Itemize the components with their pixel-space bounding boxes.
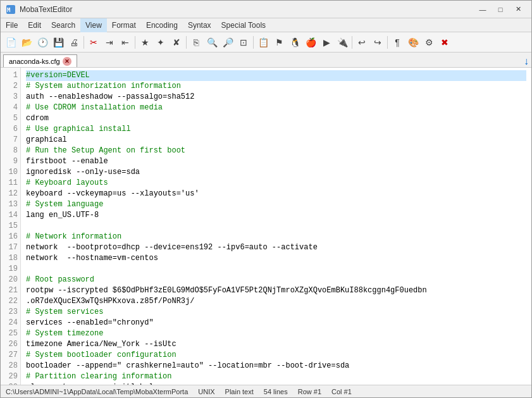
line-number-26: 26 — [3, 339, 18, 350]
redo-btn[interactable]: ↪ — [370, 35, 385, 50]
menu-item-encoding[interactable]: Encoding — [141, 18, 183, 32]
code-line-12: keyboard --vckeymap=us --xlayouts='us' — [26, 189, 526, 199]
menu-item-syntax[interactable]: Syntax — [183, 18, 216, 32]
line-number-12: 12 — [3, 189, 18, 199]
copy-btn[interactable]: ⎘ — [189, 35, 204, 50]
color-btn[interactable]: 🎨 — [405, 35, 421, 50]
code-line-14: lang en_US.UTF-8 — [26, 210, 526, 221]
toolbar-separator — [84, 36, 84, 49]
undo-btn[interactable]: ↩ — [354, 35, 369, 50]
menu-item-format[interactable]: Format — [107, 18, 141, 32]
replace-btn[interactable]: 🔎 — [220, 35, 235, 50]
status-encoding: Plain text — [225, 388, 254, 395]
open-file-btn[interactable]: 📂 — [19, 35, 34, 50]
line-number-11: 11 — [3, 178, 18, 189]
code-line-17: network --bootproto=dhcp --device=ens192… — [26, 242, 526, 253]
code-line-20: # Root password — [26, 275, 526, 285]
line-number-20: 20 — [3, 275, 18, 285]
line-numbers: 1234567891011121314151617181920212223242… — [1, 68, 21, 385]
code-line-27: # System bootloader configuration — [26, 350, 526, 361]
code-line-10: ignoredisk --only-use=sda — [26, 167, 526, 178]
title-bar: M MobaTextEditor — □ ✕ — [1, 1, 531, 18]
toolbar-separator — [387, 36, 388, 49]
status-col: Col #1 — [331, 388, 352, 395]
pilcrow-btn[interactable]: ¶ — [390, 35, 405, 50]
code-line-3: auth --enableshadow --passalgo=sha512 — [26, 92, 526, 103]
wrap-btn[interactable]: ⊡ — [236, 35, 251, 50]
linux-btn[interactable]: 🐧 — [287, 35, 302, 50]
macro-btn[interactable]: ⚑ — [271, 35, 287, 50]
print-btn[interactable]: 🖨 — [66, 35, 82, 50]
status-path: C:\Users\ADMINI~1\AppData\Local\Temp\Mob… — [6, 388, 188, 395]
line-number-6: 6 — [3, 124, 18, 135]
line-number-2: 2 — [3, 81, 18, 92]
code-line-28: bootloader --append=" crashkernel=auto" … — [26, 361, 526, 371]
line-number-9: 9 — [3, 156, 18, 167]
line-number-21: 21 — [3, 285, 18, 296]
code-area[interactable]: #version=DEVEL# System authorization inf… — [21, 68, 531, 385]
line-number-15: 15 — [3, 221, 18, 232]
menu-item-search[interactable]: Search — [46, 18, 80, 32]
cut-btn[interactable]: ✂ — [86, 35, 101, 50]
code-line-6: # Use graphical install — [26, 124, 526, 135]
menu-item-file[interactable]: File — [1, 18, 23, 32]
toolbar-separator — [352, 36, 352, 49]
save-btn[interactable]: 💾 — [51, 35, 66, 50]
del-btn[interactable]: ✘ — [169, 35, 184, 50]
app-icon: M — [6, 4, 16, 15]
menu-item-special tools[interactable]: Special Tools — [216, 18, 271, 32]
code-line-5: cdrom — [26, 113, 526, 124]
line-number-3: 3 — [3, 92, 18, 103]
status-line-ending: UNIX — [198, 388, 214, 395]
line-number-18: 18 — [3, 253, 18, 264]
ssh-btn[interactable]: 🔌 — [335, 35, 350, 50]
status-bar: C:\Users\ADMINI~1\AppData\Local\Temp\Mob… — [1, 385, 531, 397]
new-file-btn[interactable]: 📄 — [3, 35, 18, 50]
code-line-23: # System services — [26, 307, 526, 318]
line-number-16: 16 — [3, 232, 18, 242]
indent-btn[interactable]: ⇥ — [102, 35, 117, 50]
code-line-13: # System language — [26, 199, 526, 210]
line-number-10: 10 — [3, 167, 18, 178]
tab-anaconda-ks[interactable]: anaconda-ks.cfg ✕ — [3, 54, 77, 67]
window-title: MobaTextEditor — [20, 5, 474, 14]
recent-btn[interactable]: 🕐 — [35, 35, 50, 50]
maximize-button[interactable]: □ — [492, 3, 509, 16]
prev-bookmark-btn[interactable]: ✦ — [153, 35, 168, 50]
menu-item-view[interactable]: View — [80, 18, 107, 32]
apple-btn[interactable]: 🍎 — [303, 35, 318, 50]
svg-text:M: M — [7, 7, 11, 13]
tab-label: anaconda-ks.cfg — [9, 58, 60, 65]
line-number-23: 23 — [3, 307, 18, 318]
search-btn[interactable]: 🔍 — [204, 35, 220, 50]
code-line-7: graphical — [26, 135, 526, 146]
close-button[interactable]: ✕ — [510, 3, 526, 16]
line-number-22: 22 — [3, 296, 18, 307]
close-doc-btn[interactable]: ✖ — [437, 35, 452, 50]
line-number-29: 29 — [3, 371, 18, 382]
line-number-17: 17 — [3, 242, 18, 253]
tab-close-btn[interactable]: ✕ — [63, 57, 71, 66]
code-line-22: .oR7deXQucEX3wTQsHPKxova.z85f/PoNR3j/ — [26, 296, 526, 307]
line-number-27: 27 — [3, 350, 18, 361]
line-number-5: 5 — [3, 113, 18, 124]
toolbar: 📄📂🕐💾🖨✂⇥⇤★✦✘⎘🔍🔎⊡📋⚑🐧🍎▶🔌↩↪¶🎨⚙✖ — [1, 32, 531, 53]
tab-scroll-btn[interactable]: ↓ — [524, 56, 531, 67]
code-line-29: # Partition clearing information — [26, 371, 526, 382]
minimize-button[interactable]: — — [474, 3, 491, 16]
menu-item-edit[interactable]: Edit — [23, 18, 46, 32]
toolbar-separator — [253, 36, 254, 49]
run-btn[interactable]: ▶ — [319, 35, 334, 50]
line-number-28: 28 — [3, 361, 18, 371]
line-number-8: 8 — [3, 146, 18, 156]
clip-btn[interactable]: 📋 — [256, 35, 271, 50]
code-line-26: timezone America/New_York --isUtc — [26, 339, 526, 350]
unindent-btn[interactable]: ⇤ — [118, 35, 133, 50]
line-number-1: 1 — [3, 70, 18, 81]
status-lines: 54 lines — [264, 388, 288, 395]
code-line-2: # System authorization information — [26, 81, 526, 92]
code-line-24: services --enabled="chronyd" — [26, 318, 526, 328]
bookmark-btn[interactable]: ★ — [137, 35, 152, 50]
plugin-btn[interactable]: ⚙ — [421, 35, 436, 50]
line-number-7: 7 — [3, 135, 18, 146]
